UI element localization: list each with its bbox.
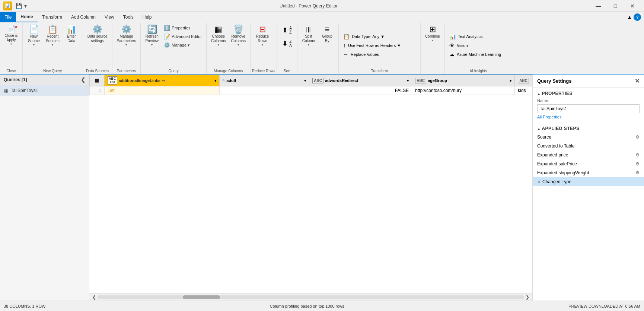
menu-item-add-column[interactable]: Add Column xyxy=(67,12,100,22)
group-by-button[interactable]: ≡ GroupBy xyxy=(318,24,336,45)
col-dropdown-additional[interactable]: ▾ xyxy=(214,79,216,83)
split-column-label: SplitColumn xyxy=(302,34,315,43)
query-settings-panel: Query Settings ✕ PROPERTIES Name All Pro… xyxy=(532,74,644,301)
step-expanded-price[interactable]: Expanded price ⚙ xyxy=(533,150,644,159)
col-dropdown-adult[interactable]: ▾ xyxy=(304,79,306,83)
reduce-rows-button[interactable]: ⊟ ReduceRows ▾ xyxy=(253,24,272,48)
recent-sources-button[interactable]: 📋 RecentSources ▾ xyxy=(44,24,62,48)
manage-parameters-button[interactable]: ⚙️ ManageParameters ▾ xyxy=(115,24,138,48)
vision-label: Vision xyxy=(457,43,468,48)
remove-columns-button[interactable]: 🗑️ RemoveColumns ▾ xyxy=(229,24,248,48)
step-expanded-shipping-weight-gear[interactable]: ⚙ xyxy=(635,170,640,175)
sort-descending-button[interactable]: ⬇ ZA xyxy=(279,37,295,50)
data-type-button[interactable]: 📋 Data Type: Any ▼ xyxy=(341,32,387,41)
close-window-button[interactable]: ✕ xyxy=(624,0,641,12)
data-grid[interactable]: ▦ ABC123 additionalImageLinks ⇔ ▾ xyxy=(89,74,532,293)
step-expanded-price-gear[interactable]: ⚙ xyxy=(635,152,640,158)
col-header-more[interactable]: ABC xyxy=(515,75,532,86)
menu-item-tools[interactable]: Tools xyxy=(119,12,138,22)
minimize-button[interactable]: — xyxy=(590,0,607,12)
query-item-tailspintoys1[interactable]: ▦ TailSpinToys1 xyxy=(0,85,89,96)
scrollbar-thumb[interactable] xyxy=(183,295,220,299)
sort-desc-icon: ⬇ xyxy=(282,39,288,48)
query-settings-header: Query Settings ✕ xyxy=(533,74,644,88)
remove-columns-label: RemoveColumns xyxy=(231,34,245,43)
col-header-additional-image-links[interactable]: ABC123 additionalImageLinks ⇔ ▾ xyxy=(105,75,220,86)
step-source[interactable]: Source ⚙ xyxy=(533,133,644,142)
refresh-preview-button[interactable]: 🔄 RefreshPreview ▾ xyxy=(143,24,161,48)
combine-button[interactable]: ⊞ Combine ▾ xyxy=(423,24,442,44)
step-expanded-sale-price-gear[interactable]: ⚙ xyxy=(635,161,640,166)
close-apply-button[interactable]: 📄 ✕ Close &Apply ▾ xyxy=(2,24,20,47)
choose-columns-button[interactable]: ▦ ChooseColumns ▾ xyxy=(209,24,228,48)
step-converted-to-table[interactable]: Converted to Table xyxy=(533,142,644,150)
group-by-label: GroupBy xyxy=(322,34,332,43)
manage-button[interactable]: ⚙️ Manage ▾ xyxy=(162,41,204,49)
step-changed-type[interactable]: ✕ Changed Type xyxy=(533,177,644,186)
all-properties-link[interactable]: All Properties xyxy=(533,114,644,120)
scrollbar-track[interactable] xyxy=(98,295,524,299)
menu-item-home[interactable]: Home xyxy=(16,12,37,22)
row-number-1: 1 xyxy=(90,86,105,95)
main-area: Queries [1] ❮ ▦ TailSpinToys1 ▦ xyxy=(0,74,644,301)
maximize-button[interactable]: □ xyxy=(607,0,624,12)
azure-ml-button[interactable]: ☁ Azure Machine Learning xyxy=(447,50,503,58)
col-type-icon-additional: ABC123 xyxy=(108,76,117,85)
step-source-gear[interactable]: ⚙ xyxy=(635,134,640,140)
use-first-row-button[interactable]: ↑ Use First Row as Headers ▼ xyxy=(341,41,403,50)
vision-button[interactable]: 👁 Vision xyxy=(447,41,470,50)
col-header-age-group[interactable]: ABC ageGroup ▾ xyxy=(412,75,515,86)
scroll-right-button[interactable]: ❯ xyxy=(524,295,531,300)
col-type-icon-age: ABC xyxy=(415,78,426,83)
query-name-input[interactable] xyxy=(537,104,640,113)
step-expanded-shipping-weight[interactable]: Expanded shippingWeight ⚙ xyxy=(533,168,644,177)
title-bar: 📊 💾 ▾ Untitled - Power Query Editor — □ … xyxy=(0,0,644,12)
scroll-left-button[interactable]: ❮ xyxy=(91,295,98,300)
col-header-adwords-redirect[interactable]: ABC adwordsRedirect ▾ xyxy=(309,75,412,86)
data-source-settings-button[interactable]: ⚙️ Data sourcesettings xyxy=(85,24,110,45)
menu-item-view[interactable]: View xyxy=(100,12,119,22)
enter-data-label: EnterData xyxy=(67,34,76,43)
query-settings-title: Query Settings xyxy=(537,78,571,84)
ribbon-group-ai-insights: 📊 Text Analytics 👁 Vision ☁ Azure Machin… xyxy=(445,23,512,74)
new-query-group-label: New Query xyxy=(24,68,81,74)
advanced-editor-label: Advanced Editor xyxy=(172,34,202,39)
properties-button[interactable]: ℹ️ Properties xyxy=(162,24,204,32)
menu-item-transform[interactable]: Transform xyxy=(38,12,67,22)
status-bar: 38 COLUMNS, 1 ROW Column profiling based… xyxy=(0,301,644,311)
text-analytics-button[interactable]: 📊 Text Analytics xyxy=(447,32,485,41)
save-icon[interactable]: 💾 xyxy=(15,2,23,10)
split-column-button[interactable]: ⫼ SplitColumn ▾ xyxy=(300,24,318,48)
query-settings-close-button[interactable]: ✕ xyxy=(635,77,640,85)
horizontal-scrollbar[interactable]: ❮ ❯ xyxy=(89,293,532,301)
dropdown-arrow[interactable]: ▾ xyxy=(23,2,28,10)
data-table: ▦ ABC123 additionalImageLinks ⇔ ▾ xyxy=(89,74,532,95)
col-dropdown-adwords[interactable]: ▾ xyxy=(407,79,409,83)
manage-columns-group-label: Manage Columns xyxy=(208,68,249,74)
menu-item-help[interactable]: Help xyxy=(138,12,156,22)
step-changed-type-delete-button[interactable]: ✕ xyxy=(537,179,541,184)
col-dropdown-age[interactable]: ▾ xyxy=(510,79,511,83)
new-source-button[interactable]: 📄 NewSource ▾ xyxy=(25,24,43,48)
menu-item-file[interactable]: File xyxy=(0,12,16,22)
sort-ascending-button[interactable]: ⬆ AZ xyxy=(279,24,295,37)
recent-sources-icon: 📋 xyxy=(48,25,58,34)
cell-additional-image-links-1[interactable]: List xyxy=(105,86,220,95)
manage-parameters-icon: ⚙️ xyxy=(121,25,131,34)
advanced-editor-button[interactable]: 📝 Advanced Editor xyxy=(162,32,204,41)
ribbon-collapse-icon[interactable]: ▲ xyxy=(627,14,632,20)
col-name-age: ageGroup xyxy=(428,78,447,83)
vision-icon: 👁 xyxy=(449,42,455,48)
queries-title: Queries [1] xyxy=(4,77,27,82)
step-expanded-sale-price[interactable]: Expanded salePrice ⚙ xyxy=(533,159,644,168)
help-icon[interactable]: ? xyxy=(634,13,641,21)
name-label: Name xyxy=(533,98,644,104)
replace-values-button[interactable]: ↔ Replace Values xyxy=(341,50,381,58)
col-header-adult[interactable]: ≈ adult ▾ xyxy=(219,75,309,86)
ribbon-group-close: 📄 ✕ Close &Apply ▾ Close xyxy=(0,23,23,74)
queries-collapse-button[interactable]: ❮ xyxy=(81,77,85,83)
remove-columns-icon: 🗑️ xyxy=(233,25,243,34)
enter-data-button[interactable]: 📊 EnterData xyxy=(63,24,80,45)
col-name-additional: additionalImageLinks xyxy=(119,78,160,83)
resize-handle-additional[interactable]: ⇔ xyxy=(162,79,165,83)
